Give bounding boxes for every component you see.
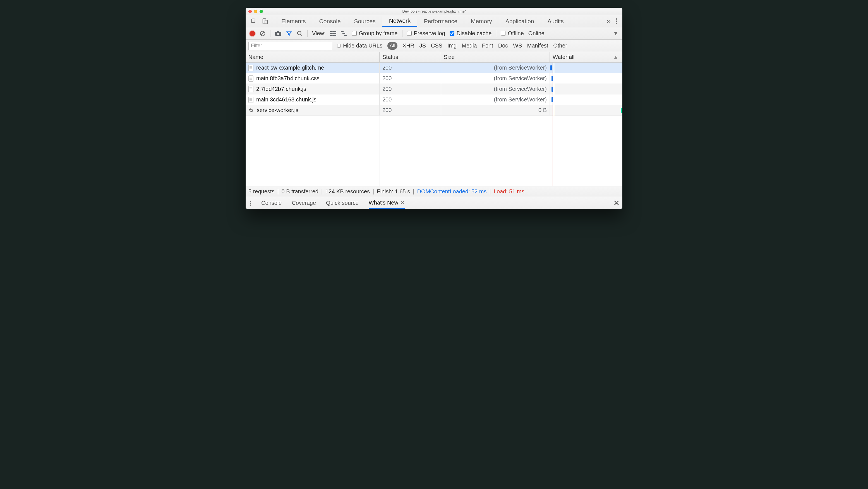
request-waterfall bbox=[550, 84, 622, 94]
drawer: ConsoleCoverageQuick sourceWhat's New✕ ✕ bbox=[246, 197, 622, 209]
main-tab-console[interactable]: Console bbox=[313, 15, 347, 27]
drawer-menu-icon[interactable] bbox=[248, 201, 253, 206]
device-toolbar-icon[interactable] bbox=[262, 18, 268, 24]
svg-rect-13 bbox=[330, 31, 332, 32]
gear-icon bbox=[248, 108, 254, 113]
svg-point-9 bbox=[277, 33, 279, 35]
drawer-tab-what-s-new[interactable]: What's New✕ bbox=[369, 197, 405, 209]
main-tab-sources[interactable]: Sources bbox=[347, 15, 382, 27]
filter-toggle-icon[interactable] bbox=[286, 30, 292, 37]
main-tab-memory[interactable]: Memory bbox=[464, 15, 499, 27]
request-waterfall bbox=[550, 94, 622, 105]
filter-type-manifest[interactable]: Manifest bbox=[527, 42, 549, 49]
search-icon[interactable] bbox=[297, 30, 303, 37]
svg-point-11 bbox=[298, 31, 301, 35]
request-size: (from ServiceWorker) bbox=[441, 63, 550, 73]
request-name: service-worker.js bbox=[257, 107, 298, 113]
waterfall-view-icon[interactable] bbox=[341, 31, 347, 36]
disable-cache-checkbox[interactable]: Disable cache bbox=[450, 30, 492, 37]
clear-icon[interactable] bbox=[259, 30, 266, 37]
main-tab-elements[interactable]: Elements bbox=[275, 15, 313, 27]
main-tab-application[interactable]: Application bbox=[499, 15, 541, 27]
close-tab-icon[interactable]: ✕ bbox=[400, 199, 405, 206]
request-status: 200 bbox=[379, 73, 441, 84]
svg-rect-20 bbox=[342, 33, 345, 34]
kebab-menu-icon[interactable] bbox=[616, 18, 617, 24]
large-rows-icon[interactable] bbox=[330, 31, 336, 36]
sort-asc-icon: ▲ bbox=[613, 54, 619, 60]
filter-type-xhr[interactable]: XHR bbox=[402, 42, 414, 49]
filter-type-other[interactable]: Other bbox=[553, 42, 567, 49]
titlebar: DevTools - react-sw-example.glitch.me/ bbox=[246, 8, 622, 15]
inspect-element-icon[interactable] bbox=[251, 18, 257, 24]
devtools-window: DevTools - react-sw-example.glitch.me/ E… bbox=[246, 8, 622, 209]
svg-rect-21 bbox=[344, 35, 347, 36]
filter-type-doc[interactable]: Doc bbox=[498, 42, 508, 49]
svg-rect-16 bbox=[333, 33, 336, 34]
svg-line-7 bbox=[261, 32, 265, 35]
hide-data-urls-label: Hide data URLs bbox=[343, 42, 382, 49]
filter-type-img[interactable]: Img bbox=[447, 42, 457, 49]
svg-rect-15 bbox=[330, 33, 332, 34]
request-size: (from ServiceWorker) bbox=[441, 94, 550, 105]
request-name: react-sw-example.glitch.me bbox=[256, 64, 324, 71]
col-header-name[interactable]: Name bbox=[246, 52, 379, 62]
status-bar: 5 requests| 0 B transferred| 124 KB reso… bbox=[246, 186, 622, 197]
throttling-chevron-down-icon[interactable]: ▼ bbox=[613, 30, 619, 37]
svg-rect-14 bbox=[333, 31, 336, 32]
more-tabs-icon[interactable]: » bbox=[607, 17, 611, 25]
status-finish: Finish: 1.65 s bbox=[377, 188, 410, 195]
svg-point-5 bbox=[616, 23, 617, 24]
filter-type-css[interactable]: CSS bbox=[431, 42, 442, 49]
filter-type-font[interactable]: Font bbox=[482, 42, 493, 49]
request-status: 200 bbox=[379, 94, 441, 105]
file-icon bbox=[248, 65, 253, 71]
request-status: 200 bbox=[379, 63, 441, 73]
drawer-tab-quick-source[interactable]: Quick source bbox=[326, 197, 359, 209]
main-tab-performance[interactable]: Performance bbox=[417, 15, 464, 27]
throttling-select[interactable]: Online bbox=[528, 30, 545, 37]
group-by-frame-checkbox[interactable]: Group by frame bbox=[352, 30, 398, 37]
svg-rect-19 bbox=[341, 31, 344, 32]
table-row[interactable]: main.3cd46163.chunk.js200(from ServiceWo… bbox=[246, 94, 622, 105]
table-row[interactable]: service-worker.js2000 B bbox=[246, 105, 622, 116]
window-title: DevTools - react-sw-example.glitch.me/ bbox=[246, 9, 622, 13]
drawer-tab-coverage[interactable]: Coverage bbox=[292, 197, 316, 209]
request-status: 200 bbox=[379, 105, 441, 115]
col-header-size[interactable]: Size bbox=[441, 52, 550, 62]
request-size: (from ServiceWorker) bbox=[441, 84, 550, 94]
filter-type-ws[interactable]: WS bbox=[513, 42, 522, 49]
svg-point-3 bbox=[616, 18, 617, 20]
svg-rect-18 bbox=[333, 35, 336, 36]
main-tab-network[interactable]: Network bbox=[382, 15, 417, 27]
col-header-status[interactable]: Status bbox=[379, 52, 441, 62]
close-drawer-button[interactable]: ✕ bbox=[614, 199, 620, 207]
status-dcl: DOMContentLoaded: 52 ms bbox=[417, 188, 487, 195]
request-name: main.3cd46163.chunk.js bbox=[256, 96, 316, 103]
offline-label: Offline bbox=[508, 30, 524, 37]
capture-screenshot-icon[interactable] bbox=[275, 31, 282, 36]
filter-input[interactable] bbox=[248, 41, 332, 50]
view-label: View: bbox=[312, 30, 326, 37]
drawer-tab-console[interactable]: Console bbox=[261, 197, 282, 209]
offline-checkbox[interactable]: Offline bbox=[501, 30, 524, 37]
hide-data-urls-checkbox[interactable]: Hide data URLs bbox=[337, 42, 382, 49]
request-name: 2.7fdd42b7.chunk.js bbox=[256, 86, 306, 92]
table-row[interactable]: 2.7fdd42b7.chunk.js200(from ServiceWorke… bbox=[246, 84, 622, 94]
svg-rect-17 bbox=[330, 35, 332, 36]
filter-type-all[interactable]: All bbox=[388, 42, 397, 50]
filter-type-media[interactable]: Media bbox=[462, 42, 477, 49]
table-row[interactable]: react-sw-example.glitch.me200(from Servi… bbox=[246, 63, 622, 73]
preserve-log-checkbox[interactable]: Preserve log bbox=[407, 30, 445, 37]
col-header-waterfall[interactable]: Waterfall ▲ bbox=[550, 52, 622, 62]
status-requests: 5 requests bbox=[248, 188, 274, 195]
file-icon bbox=[248, 97, 253, 103]
table-row[interactable]: main.8fb3a7b4.chunk.css200(from ServiceW… bbox=[246, 73, 622, 84]
svg-rect-10 bbox=[277, 31, 279, 32]
filter-type-js[interactable]: JS bbox=[419, 42, 426, 49]
main-tab-audits[interactable]: Audits bbox=[540, 15, 570, 27]
request-waterfall bbox=[550, 73, 622, 84]
record-button[interactable] bbox=[249, 31, 255, 36]
svg-line-12 bbox=[301, 34, 302, 35]
file-icon bbox=[248, 76, 253, 82]
